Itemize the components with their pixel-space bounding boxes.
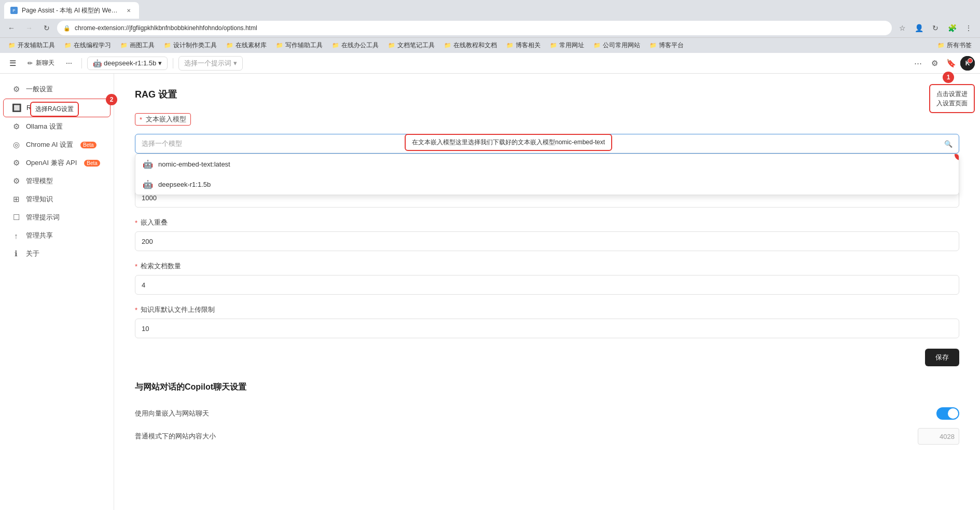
main-container: ⚙ 一般设置 🔲 RAG 设置 2 选择RAG设置 ⚙ Ollama 设置 ◎ [0, 74, 980, 510]
folder-icon: 📁 [937, 42, 945, 49]
save-button-row: 保存 [135, 349, 959, 366]
website-content-label: 普通模式下的网站内容大小 [135, 432, 216, 441]
bookmark-item[interactable]: 📁在线编程学习 [60, 39, 115, 51]
bookmark-item[interactable]: 📁博客平台 [645, 39, 688, 51]
bookmarks-bar: 📁开发辅助工具 📁在线编程学习 📁画图工具 📁设计制作类工具 📁在线素材库 📁写… [0, 37, 980, 53]
bookmark-item[interactable]: 📁写作辅助工具 [272, 39, 327, 51]
folder-icon: 📁 [650, 42, 657, 49]
profile-button[interactable]: 👤 [912, 21, 926, 35]
sidebar-item-general[interactable]: ⚙ 一般设置 [3, 80, 111, 98]
folder-icon: 📁 [276, 42, 283, 49]
annotation-tooltip-1: 点击设置进入设置页面 [929, 84, 975, 113]
ext-toolbar-left: ☰ ✏ 新聊天 ⋯ 🤖 deepseek-r1:1.5b ▾ 选择一个提示词 ▾ [5, 56, 907, 71]
embed-overlap-label: 嵌入重叠 [135, 218, 959, 227]
search-icon: 🔍 [944, 140, 953, 148]
share-icon: ↑ [11, 231, 21, 240]
browser-toolbar: ← → ↻ 🔒 chrome-extension://jfgfiigpkhlkb… [0, 19, 980, 37]
bookmark-item[interactable]: 📁在线办公工具 [328, 39, 383, 51]
separator [81, 58, 82, 68]
browser-actions: ☆ 👤 ↻ 🧩 ⋮ [895, 21, 976, 35]
dropdown-item-deepseek[interactable]: 🤖 deepseek-r1:1.5b [135, 174, 959, 195]
chevron-down-icon: ▾ [158, 59, 162, 67]
settings-gear-button[interactable]: ⚙ [927, 56, 942, 71]
address-bar[interactable]: 🔒 chrome-extension://jfgfiigpkhlkbnfnbob… [57, 21, 892, 35]
more-options-button[interactable]: ⋯ [62, 56, 76, 71]
embed-model-dropdown: 🤖 nomic-embed-text:latest 3 🤖 deepseek-r… [135, 154, 959, 195]
sidebar-item-prompts[interactable]: ☐ 管理提示词 [3, 209, 111, 226]
forward-button[interactable]: → [22, 21, 36, 35]
new-chat-button[interactable]: ✏ 新聊天 [23, 56, 59, 71]
search-docs-label: 检索文档数量 [135, 261, 959, 271]
sidebar-item-ollama[interactable]: ⚙ Ollama 设置 [3, 118, 111, 135]
prompt-selector-button[interactable]: 选择一个提示词 ▾ [178, 56, 243, 71]
vector-embed-toggle[interactable] [936, 407, 959, 420]
prompts-icon: ☐ [11, 213, 21, 222]
more-menu-button[interactable]: ⋯ [910, 56, 925, 71]
annotation-tooltip-3: 在文本嵌入模型这里选择我们下载好的文本嵌入模型nomic-embed-text [405, 134, 612, 151]
embed-model-label: * 文本嵌入模型 [135, 113, 191, 126]
model-icon-nomic: 🤖 [143, 159, 153, 169]
embed-overlap-input[interactable] [135, 231, 959, 251]
chrome-ai-icon: ◎ [11, 140, 21, 149]
sidebar-item-openai[interactable]: ⚙ OpenAI 兼容 API Beta [3, 154, 111, 172]
upload-limit-input[interactable] [135, 319, 959, 338]
required-star: * [140, 116, 142, 123]
sidebar-item-chrome-ai[interactable]: ◎ Chrome AI 设置 Beta [3, 136, 111, 154]
bookmark-item[interactable]: 📁公司常用网站 [589, 39, 644, 51]
tab-favicon: P [10, 7, 18, 14]
embed-overlap-field: 嵌入重叠 [135, 218, 959, 251]
bookmark-item[interactable]: 📁在线素材库 [222, 39, 271, 51]
sidebar-item-knowledge[interactable]: ⊞ 管理知识 [3, 190, 111, 208]
bookmark-item[interactable]: 📁所有书签 [933, 39, 976, 51]
back-button[interactable]: ← [4, 21, 19, 35]
folder-icon: 📁 [506, 42, 514, 49]
model-selector-button[interactable]: 🤖 deepseek-r1:1.5b ▾ [87, 57, 168, 70]
annotation-badge-2: 2 [106, 94, 117, 105]
bookmark-star-button[interactable]: ☆ [895, 21, 909, 35]
more-button[interactable]: ⋮ [961, 21, 976, 35]
dropdown-item-nomic[interactable]: 🤖 nomic-embed-text:latest 3 [135, 154, 959, 174]
bookmark-button[interactable]: 🔖 [944, 56, 958, 71]
active-tab[interactable]: P Page Assist - 本地 AI 模型的 Web UI ✕ [4, 2, 139, 19]
folder-icon: 📁 [593, 42, 601, 49]
website-content-row: 普通模式下的网站内容大小 [135, 424, 959, 449]
extension-toolbar: ☰ ✏ 新聊天 ⋯ 🤖 deepseek-r1:1.5b ▾ 选择一个提示词 ▾… [0, 53, 980, 74]
close-tab-button[interactable]: ✕ [125, 6, 133, 15]
rag-icon: 🔲 [12, 103, 21, 113]
sidebar-item-share[interactable]: ↑ 管理共享 [3, 227, 111, 244]
folder-icon: 📁 [444, 42, 451, 49]
extension-button[interactable]: 🧩 [945, 21, 959, 35]
url-text: chrome-extension://jfgfiigpkhlkbnfnbobbk… [75, 24, 886, 32]
bookmark-item[interactable]: 📁文档笔记工具 [384, 39, 439, 51]
folder-icon: 📁 [8, 42, 16, 49]
rag-settings-annotation: 选择RAG设置 [30, 102, 79, 117]
chevron-down-icon-2: ▾ [233, 59, 237, 67]
sync-button[interactable]: ↻ [928, 21, 943, 35]
model-icon-deepseek: 🤖 [143, 180, 153, 189]
upload-limit-field: 知识库默认文件上传限制 [135, 305, 959, 338]
bookmark-item[interactable]: 📁在线教程和文档 [440, 39, 501, 51]
folder-icon: 📁 [388, 42, 395, 49]
bookmark-item[interactable]: 📁设计制作类工具 [160, 39, 221, 51]
sidebar-item-about[interactable]: ℹ 关于 [3, 245, 111, 263]
bookmark-item[interactable]: 📁博客相关 [502, 39, 545, 51]
upload-limit-label: 知识库默认文件上传限制 [135, 305, 959, 314]
sidebar-item-models[interactable]: ⚙ 管理模型 [3, 172, 111, 190]
user-settings-button[interactable]: K [960, 56, 975, 71]
folder-icon: 📁 [550, 42, 557, 49]
bookmark-item[interactable]: 📁画图工具 [116, 39, 159, 51]
folder-icon: 📁 [164, 42, 171, 49]
save-button[interactable]: 保存 [925, 349, 959, 366]
search-docs-input[interactable] [135, 275, 959, 295]
annotation-badge-1: 1 [943, 72, 954, 83]
folder-icon: 📁 [64, 42, 72, 49]
folder-icon: 📁 [226, 42, 233, 49]
page-title: RAG 设置 [135, 88, 959, 101]
content-area: RAG 设置 * 文本嵌入模型 选择一个模型 🔍 🤖 [114, 74, 980, 510]
bookmark-item[interactable]: 📁开发辅助工具 [4, 39, 59, 51]
website-content-input[interactable] [918, 428, 959, 445]
separator-2 [173, 58, 173, 68]
sidebar-toggle-button[interactable]: ☰ [5, 56, 20, 71]
reload-button[interactable]: ↻ [39, 21, 54, 35]
bookmark-item[interactable]: 📁常用网址 [546, 39, 588, 51]
